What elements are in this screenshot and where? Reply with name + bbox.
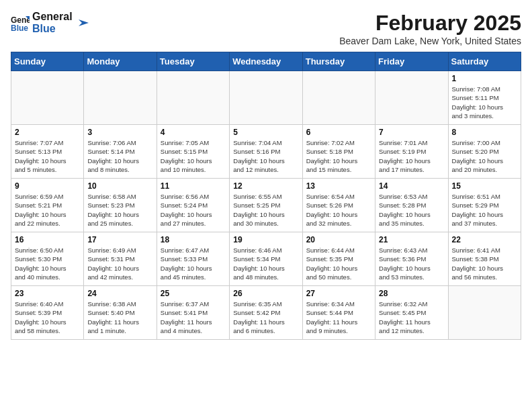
logo: General Blue General Blue: [11, 11, 89, 34]
day-detail: Sunrise: 6:51 AM Sunset: 5:29 PM Dayligh…: [452, 192, 517, 228]
day-number: 21: [379, 235, 444, 244]
title-block: February 2025 Beaver Dam Lake, New York,…: [339, 11, 521, 46]
day-number: 20: [306, 235, 371, 244]
week-row-1: 1Sunrise: 7:08 AM Sunset: 5:11 PM Daylig…: [11, 71, 521, 125]
day-detail: Sunrise: 7:06 AM Sunset: 5:14 PM Dayligh…: [87, 138, 152, 174]
calendar-cell: 5Sunrise: 7:04 AM Sunset: 5:16 PM Daylig…: [230, 125, 302, 179]
day-number: 8: [452, 128, 517, 137]
day-number: 12: [233, 181, 298, 191]
day-detail: Sunrise: 6:43 AM Sunset: 5:36 PM Dayligh…: [379, 246, 444, 281]
day-number: 6: [306, 128, 371, 137]
calendar-cell: 13Sunrise: 6:54 AM Sunset: 5:26 PM Dayli…: [302, 179, 375, 232]
day-number: 22: [452, 235, 517, 244]
calendar-table: SundayMondayTuesdayWednesdayThursdayFrid…: [11, 52, 521, 340]
day-number: 17: [87, 235, 152, 244]
day-number: 7: [379, 128, 444, 137]
day-number: 9: [15, 181, 80, 191]
calendar-cell: [84, 71, 157, 125]
day-detail: Sunrise: 6:58 AM Sunset: 5:23 PM Dayligh…: [87, 192, 152, 228]
day-detail: Sunrise: 7:04 AM Sunset: 5:16 PM Dayligh…: [233, 138, 298, 174]
weekday-header-wednesday: Wednesday: [230, 52, 302, 71]
day-number: 5: [233, 128, 298, 137]
calendar-cell: 15Sunrise: 6:51 AM Sunset: 5:29 PM Dayli…: [448, 179, 521, 232]
calendar-cell: 21Sunrise: 6:43 AM Sunset: 5:36 PM Dayli…: [375, 232, 448, 286]
logo-icon: General Blue: [11, 13, 30, 32]
weekday-header-saturday: Saturday: [448, 52, 521, 71]
day-detail: Sunrise: 7:08 AM Sunset: 5:11 PM Dayligh…: [452, 85, 517, 120]
day-number: 15: [452, 181, 517, 191]
day-detail: Sunrise: 7:01 AM Sunset: 5:19 PM Dayligh…: [379, 138, 444, 174]
day-detail: Sunrise: 6:53 AM Sunset: 5:28 PM Dayligh…: [379, 192, 444, 228]
calendar-cell: 20Sunrise: 6:44 AM Sunset: 5:35 PM Dayli…: [302, 232, 375, 286]
day-detail: Sunrise: 6:56 AM Sunset: 5:24 PM Dayligh…: [161, 192, 226, 228]
calendar-cell: 12Sunrise: 6:55 AM Sunset: 5:25 PM Dayli…: [230, 179, 302, 232]
calendar-cell: 23Sunrise: 6:40 AM Sunset: 5:39 PM Dayli…: [11, 286, 84, 340]
day-number: 16: [15, 235, 80, 244]
calendar-cell: [230, 71, 302, 125]
weekday-header-sunday: Sunday: [11, 52, 84, 71]
day-detail: Sunrise: 6:41 AM Sunset: 5:38 PM Dayligh…: [452, 246, 517, 281]
day-detail: Sunrise: 6:37 AM Sunset: 5:41 PM Dayligh…: [161, 300, 226, 335]
calendar-cell: 10Sunrise: 6:58 AM Sunset: 5:23 PM Dayli…: [84, 179, 157, 232]
week-row-2: 2Sunrise: 7:07 AM Sunset: 5:13 PM Daylig…: [11, 125, 521, 179]
logo-blue: Blue: [32, 23, 73, 35]
day-detail: Sunrise: 7:02 AM Sunset: 5:18 PM Dayligh…: [306, 138, 371, 174]
calendar-cell: 6Sunrise: 7:02 AM Sunset: 5:18 PM Daylig…: [302, 125, 375, 179]
calendar-cell: [302, 71, 375, 125]
calendar-cell: 2Sunrise: 7:07 AM Sunset: 5:13 PM Daylig…: [11, 125, 84, 179]
calendar-cell: 22Sunrise: 6:41 AM Sunset: 5:38 PM Dayli…: [448, 232, 521, 286]
calendar-cell: 16Sunrise: 6:50 AM Sunset: 5:30 PM Dayli…: [11, 232, 84, 286]
weekday-header-thursday: Thursday: [302, 52, 375, 71]
calendar-cell: [157, 71, 229, 125]
weekday-header-row: SundayMondayTuesdayWednesdayThursdayFrid…: [11, 52, 521, 71]
day-detail: Sunrise: 6:49 AM Sunset: 5:31 PM Dayligh…: [87, 246, 152, 281]
day-detail: Sunrise: 7:00 AM Sunset: 5:20 PM Dayligh…: [452, 138, 517, 174]
logo-arrow-icon: [75, 16, 89, 30]
month-title: February 2025: [339, 11, 521, 36]
calendar-cell: [11, 71, 84, 125]
day-detail: Sunrise: 6:59 AM Sunset: 5:21 PM Dayligh…: [15, 192, 80, 228]
day-detail: Sunrise: 6:40 AM Sunset: 5:39 PM Dayligh…: [15, 300, 80, 335]
calendar-cell: 27Sunrise: 6:34 AM Sunset: 5:44 PM Dayli…: [302, 286, 375, 340]
day-number: 19: [233, 235, 298, 244]
day-number: 3: [87, 128, 152, 137]
calendar-cell: [448, 286, 521, 340]
calendar-cell: 14Sunrise: 6:53 AM Sunset: 5:28 PM Dayli…: [375, 179, 448, 232]
day-number: 1: [452, 74, 517, 83]
calendar-cell: 18Sunrise: 6:47 AM Sunset: 5:33 PM Dayli…: [157, 232, 229, 286]
calendar-cell: 28Sunrise: 6:32 AM Sunset: 5:45 PM Dayli…: [375, 286, 448, 340]
page-header: General Blue General Blue February 2025 …: [11, 11, 521, 46]
day-number: 13: [306, 181, 371, 191]
day-detail: Sunrise: 6:47 AM Sunset: 5:33 PM Dayligh…: [161, 246, 226, 281]
day-number: 27: [306, 289, 371, 298]
week-row-4: 16Sunrise: 6:50 AM Sunset: 5:30 PM Dayli…: [11, 232, 521, 286]
svg-text:Blue: Blue: [11, 24, 28, 32]
day-number: 4: [161, 128, 226, 137]
day-number: 10: [87, 181, 152, 191]
week-row-3: 9Sunrise: 6:59 AM Sunset: 5:21 PM Daylig…: [11, 179, 521, 232]
day-number: 25: [161, 289, 226, 298]
calendar-cell: 19Sunrise: 6:46 AM Sunset: 5:34 PM Dayli…: [230, 232, 302, 286]
calendar-cell: 8Sunrise: 7:00 AM Sunset: 5:20 PM Daylig…: [448, 125, 521, 179]
calendar-cell: 26Sunrise: 6:35 AM Sunset: 5:42 PM Dayli…: [230, 286, 302, 340]
calendar-cell: 11Sunrise: 6:56 AM Sunset: 5:24 PM Dayli…: [157, 179, 229, 232]
calendar-cell: 1Sunrise: 7:08 AM Sunset: 5:11 PM Daylig…: [448, 71, 521, 125]
day-number: 2: [15, 128, 80, 137]
weekday-header-tuesday: Tuesday: [157, 52, 229, 71]
logo-general: General: [32, 11, 73, 23]
calendar-cell: 7Sunrise: 7:01 AM Sunset: 5:19 PM Daylig…: [375, 125, 448, 179]
weekday-header-friday: Friday: [375, 52, 448, 71]
calendar-cell: [375, 71, 448, 125]
day-number: 18: [161, 235, 226, 244]
day-detail: Sunrise: 6:34 AM Sunset: 5:44 PM Dayligh…: [306, 300, 371, 335]
calendar-cell: 24Sunrise: 6:38 AM Sunset: 5:40 PM Dayli…: [84, 286, 157, 340]
calendar-cell: 3Sunrise: 7:06 AM Sunset: 5:14 PM Daylig…: [84, 125, 157, 179]
day-detail: Sunrise: 6:50 AM Sunset: 5:30 PM Dayligh…: [15, 246, 80, 281]
day-detail: Sunrise: 6:35 AM Sunset: 5:42 PM Dayligh…: [233, 300, 298, 335]
day-number: 28: [379, 289, 444, 298]
day-detail: Sunrise: 6:44 AM Sunset: 5:35 PM Dayligh…: [306, 246, 371, 281]
day-number: 14: [379, 181, 444, 191]
day-detail: Sunrise: 6:32 AM Sunset: 5:45 PM Dayligh…: [379, 300, 444, 335]
location: Beaver Dam Lake, New York, United States: [339, 36, 521, 46]
week-row-5: 23Sunrise: 6:40 AM Sunset: 5:39 PM Dayli…: [11, 286, 521, 340]
